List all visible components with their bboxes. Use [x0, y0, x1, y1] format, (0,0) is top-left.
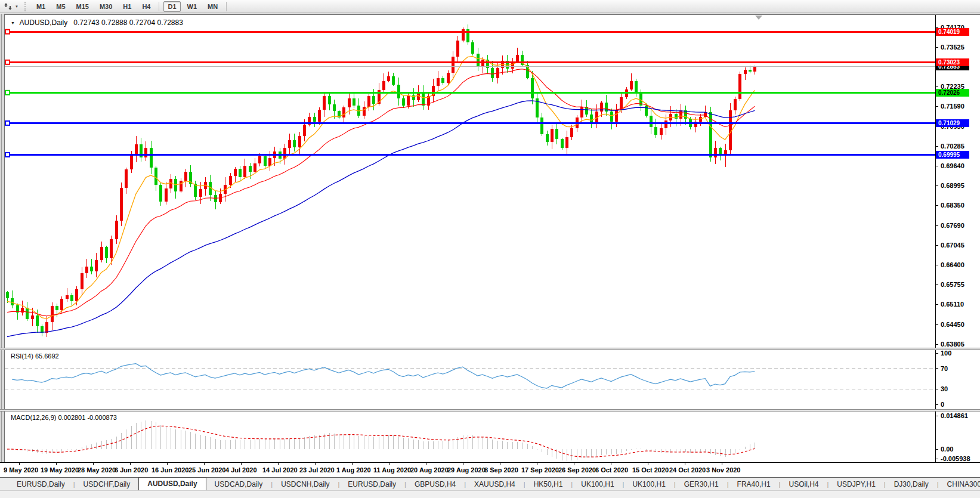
- price-tick-label: 0.67690: [941, 222, 964, 229]
- macd-histogram-bar: [745, 447, 746, 450]
- timeframe-button-m30[interactable]: M30: [95, 1, 116, 12]
- time-tick-mark: [56, 463, 57, 465]
- chart-tab-uk100-h1[interactable]: UK100,H1: [573, 478, 622, 490]
- candle-body: [323, 96, 326, 110]
- price-tick-label: 0.70285: [941, 143, 964, 150]
- chart-tab-uk100-h1[interactable]: UK100,H1: [624, 478, 673, 490]
- chart-tab-eurusd-daily[interactable]: EURUSD,Daily: [8, 478, 73, 490]
- level-handle[interactable]: [5, 60, 10, 64]
- toolbar-grip[interactable]: [24, 2, 27, 11]
- macd-histogram-bar: [388, 435, 389, 449]
- macd-histogram-bar: [72, 449, 72, 450]
- macd-histogram-bar: [418, 440, 419, 450]
- macd-histogram-bar: [314, 435, 315, 449]
- chart-tab-usoil-h4[interactable]: USOil,H4: [780, 478, 827, 490]
- macd-histogram-bar: [156, 422, 156, 449]
- chart-tab-usdchf-daily[interactable]: USDCHF,Daily: [75, 478, 139, 490]
- collapse-icon[interactable]: ▼: [11, 21, 15, 25]
- chart-tab-gbpusd-h4[interactable]: GBPUSD,H4: [406, 478, 464, 490]
- chart-tab-usdcnh-daily[interactable]: USDCNH,Daily: [273, 478, 338, 490]
- time-axis[interactable]: 9 May 202019 May 202028 May 20206 Jun 20…: [0, 462, 980, 477]
- macd-histogram-bar: [413, 440, 414, 449]
- timeframe-button-h4[interactable]: H4: [138, 1, 154, 12]
- candle-body: [31, 315, 34, 320]
- chart-tab-usdjpy-h1[interactable]: USDJPY,H1: [828, 478, 883, 490]
- chart-tab-dj30-daily[interactable]: DJ30,Daily: [886, 478, 937, 490]
- price-chart-canvas[interactable]: [5, 15, 980, 348]
- candle-body: [635, 81, 638, 92]
- macd-histogram-bar: [22, 449, 23, 450]
- time-tick-mark: [648, 463, 648, 465]
- candle-body: [590, 115, 593, 123]
- macd-histogram-bar: [116, 437, 117, 449]
- horizontal-level-line[interactable]: [5, 92, 935, 94]
- time-axis-label: 1 Aug 2020: [336, 466, 371, 474]
- level-handle[interactable]: [5, 30, 10, 34]
- candle-body: [471, 42, 474, 53]
- timeframe-button-mn[interactable]: MN: [203, 1, 222, 12]
- candle-body: [120, 188, 123, 221]
- price-chart-pane: ▼ AUDUSD,Daily 0.72743 0.72888 0.72704 0…: [5, 15, 980, 348]
- chart-tab-usdcad-daily[interactable]: USDCAD,Daily: [206, 478, 271, 490]
- macd-histogram-bar: [443, 441, 443, 449]
- level-handle[interactable]: [5, 153, 10, 157]
- toolbar-separator: [226, 2, 227, 11]
- time-axis-label: 19 May 2020: [41, 466, 79, 474]
- macd-histogram-bar: [601, 449, 602, 455]
- time-tick-mark: [19, 463, 20, 465]
- candle-body: [462, 29, 465, 41]
- macd-canvas[interactable]: [5, 412, 980, 462]
- chart-window-left-border: [0, 14, 5, 477]
- level-handle[interactable]: [5, 91, 10, 95]
- chart-tab-audusd-daily[interactable]: AUDUSD,Daily: [138, 477, 206, 490]
- macd-histogram-bar: [542, 449, 542, 452]
- candle-body: [367, 96, 370, 106]
- chart-tab-ger30-h1[interactable]: GER30,H1: [676, 478, 727, 490]
- candle-body: [615, 110, 618, 122]
- timeframe-button-h1[interactable]: H1: [119, 1, 135, 12]
- charts-toolbar-icon[interactable]: [3, 2, 14, 11]
- timeframe-button-m5[interactable]: M5: [52, 1, 69, 12]
- macd-histogram-bar: [478, 437, 478, 449]
- macd-histogram-bar: [141, 422, 141, 449]
- time-tick-mark: [389, 463, 389, 465]
- candle-body: [477, 54, 480, 67]
- toolbar-dropdown-icon[interactable]: ▼: [14, 5, 22, 8]
- timeframe-button-w1[interactable]: W1: [183, 1, 202, 12]
- candle-wick: [57, 304, 57, 317]
- candle-body: [531, 78, 534, 98]
- timeframe-button-m1[interactable]: M1: [32, 1, 50, 12]
- chart-tab-china300-h1[interactable]: CHINA300,H1: [939, 478, 980, 490]
- macd-histogram-bar: [681, 449, 681, 452]
- macd-histogram-bar: [96, 443, 97, 449]
- candle-body: [144, 148, 147, 157]
- rsi-label: RSI(14) 65.6692: [11, 352, 59, 360]
- macd-histogram-bar: [557, 449, 557, 459]
- macd-histogram-bar: [562, 449, 562, 460]
- time-tick-mark: [167, 463, 168, 465]
- time-axis-label: 20 Aug 2020: [410, 466, 449, 474]
- level-handle[interactable]: [5, 121, 10, 125]
- timeframe-button-d1[interactable]: D1: [163, 1, 180, 12]
- horizontal-level-line[interactable]: [5, 31, 935, 33]
- mt4-application: ▼ M1M5M15M30H1H4D1W1MN ▼ AUDUSD,Daily 0.…: [0, 0, 980, 498]
- macd-histogram-bar: [339, 434, 339, 449]
- horizontal-level-line[interactable]: [5, 61, 935, 63]
- rsi-canvas[interactable]: [5, 350, 980, 409]
- horizontal-level-line[interactable]: [5, 122, 935, 124]
- chart-tab-hk50-h1[interactable]: HK50,H1: [525, 478, 571, 490]
- candle-body: [264, 156, 267, 165]
- ma-slow-line: [7, 101, 755, 337]
- time-axis-label: 14 Jul 2020: [262, 466, 298, 474]
- candle-body: [318, 110, 321, 122]
- chart-tab-eurusd-daily[interactable]: EURUSD,Daily: [339, 478, 404, 490]
- horizontal-level-line[interactable]: [5, 154, 935, 156]
- candle-body: [95, 260, 98, 271]
- chart-shift-marker-icon[interactable]: [755, 16, 762, 20]
- timeframe-button-m15[interactable]: M15: [72, 1, 93, 12]
- chart-tab-xauusd-h4[interactable]: XAUUSD,H4: [466, 478, 524, 490]
- macd-histogram-bar: [186, 431, 186, 449]
- macd-histogram-bar: [636, 448, 636, 449]
- chart-tab-fra40-h1[interactable]: FRA40,H1: [729, 478, 779, 490]
- macd-histogram-bar: [299, 438, 300, 449]
